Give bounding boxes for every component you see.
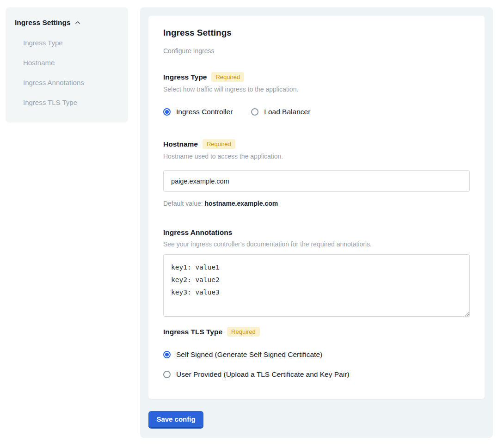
card-subtitle: Configure Ingress xyxy=(163,47,470,55)
hostname-label: Hostname xyxy=(163,140,198,148)
default-value: hostname.example.com xyxy=(205,200,278,207)
ingress-annotations-label: Ingress Annotations xyxy=(163,228,232,237)
radio-option-label: Ingress Controller xyxy=(176,108,233,116)
sidebar-item-ingress-type[interactable]: Ingress Type xyxy=(23,39,119,47)
tls-type-options: Self Signed (Generate Self Signed Certif… xyxy=(163,350,470,379)
hostname-help: Hostname used to access the application. xyxy=(163,153,470,160)
required-badge: Required xyxy=(203,139,235,149)
tls-type-section-header: Ingress TLS Type Required xyxy=(163,327,470,337)
ingress-type-options: Ingress Controller Load Balancer xyxy=(163,108,470,116)
radio-option-label: User Provided (Upload a TLS Certificate … xyxy=(176,370,349,379)
radio-option-ingress-controller[interactable]: Ingress Controller xyxy=(163,108,233,116)
sidebar-item-ingress-tls-type[interactable]: Ingress TLS Type xyxy=(23,98,119,106)
radio-option-label: Self Signed (Generate Self Signed Certif… xyxy=(176,350,322,359)
ingress-annotations-help: See your ingress controller's documentat… xyxy=(163,240,470,248)
radio-unselected-icon[interactable] xyxy=(251,108,258,116)
radio-option-user-provided[interactable]: User Provided (Upload a TLS Certificate … xyxy=(163,370,470,379)
hostname-input[interactable] xyxy=(163,170,470,192)
sidebar-item-ingress-annotations[interactable]: Ingress Annotations xyxy=(23,79,119,86)
sidebar-section-ingress-settings[interactable]: Ingress Settings xyxy=(15,18,119,27)
radio-unselected-icon[interactable] xyxy=(163,371,171,378)
hostname-section-header: Hostname Required xyxy=(163,139,470,149)
radio-option-label: Load Balancer xyxy=(264,108,310,116)
save-config-button[interactable]: Save config xyxy=(148,411,203,429)
annotations-section-header: Ingress Annotations xyxy=(163,228,470,237)
sidebar: Ingress Settings Ingress Type Hostname I… xyxy=(6,7,128,123)
radio-selected-icon[interactable] xyxy=(163,108,171,116)
radio-selected-icon[interactable] xyxy=(163,351,171,358)
radio-option-self-signed[interactable]: Self Signed (Generate Self Signed Certif… xyxy=(163,350,470,359)
required-badge: Required xyxy=(211,72,244,82)
hostname-default-line: Default value: hostname.example.com xyxy=(163,200,470,207)
radio-option-load-balancer[interactable]: Load Balancer xyxy=(251,108,310,116)
card-title: Ingress Settings xyxy=(163,28,470,38)
default-value-prefix: Default value: xyxy=(163,200,205,207)
ingress-type-label: Ingress Type xyxy=(163,73,207,81)
sidebar-section-label: Ingress Settings xyxy=(15,18,71,27)
required-badge: Required xyxy=(227,327,260,337)
chevron-up-icon xyxy=(74,19,81,26)
sidebar-item-hostname[interactable]: Hostname xyxy=(23,59,119,67)
ingress-type-section-header: Ingress Type Required xyxy=(163,72,470,82)
ingress-annotations-textarea[interactable]: key1: value1 key2: value2 key3: value3 xyxy=(163,254,470,317)
settings-panel: Ingress Settings Configure Ingress Ingre… xyxy=(140,7,493,438)
ingress-type-help: Select how traffic will ingress to the a… xyxy=(163,86,470,93)
ingress-tls-type-label: Ingress TLS Type xyxy=(163,328,222,336)
ingress-settings-card: Ingress Settings Configure Ingress Ingre… xyxy=(148,16,485,399)
